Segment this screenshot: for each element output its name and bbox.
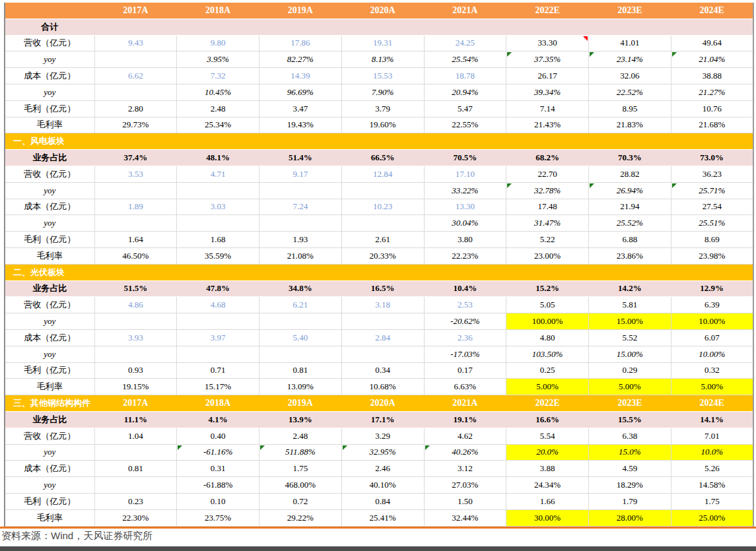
cell-value: 49.64 <box>703 38 722 48</box>
year-header: 2020A <box>341 395 424 412</box>
data-cell: 25.51% <box>671 215 753 232</box>
cell-value: 10.0% <box>701 447 724 457</box>
year-header: 2021A <box>424 395 506 412</box>
data-cell: 6.21 <box>259 297 342 313</box>
cell-value: 5.00% <box>701 381 724 391</box>
data-cell: 7.01 <box>671 428 753 444</box>
cell-value: 10.45% <box>205 87 231 97</box>
cell-value: 19.1% <box>454 414 477 424</box>
row-label: 营收（亿元） <box>5 166 94 182</box>
cell-value: 38.88 <box>703 71 722 81</box>
row-label: yoy <box>5 313 94 330</box>
cell-value: 26.17 <box>538 71 557 81</box>
section-header-row: 一、风电板块 <box>5 133 753 150</box>
data-cell: 14.58% <box>671 477 753 494</box>
data-cell: 10.45% <box>177 84 259 100</box>
data-cell: 0.40 <box>177 428 259 444</box>
data-cell: 5.52 <box>589 329 671 346</box>
row-label: 营收（亿元） <box>5 297 94 313</box>
cell-value: 4.86 <box>128 300 143 309</box>
data-cell: 0.25 <box>506 362 589 379</box>
data-cell: 1.04 <box>94 428 177 444</box>
cell-value: 1.68 <box>211 234 226 244</box>
table-row: 毛利（亿元）0.930.710.810.340.170.250.290.32 <box>5 362 753 379</box>
cell-value: 29.73% <box>122 119 149 129</box>
cell-value: 1.75 <box>704 496 720 506</box>
year-header: 2017A <box>94 395 177 412</box>
cell-value: 34.8% <box>289 283 312 293</box>
cell-value: 3.88 <box>540 463 555 473</box>
cell-value: 5.81 <box>623 300 638 309</box>
cell-value: 14.1% <box>700 414 724 424</box>
data-cell: 4.80 <box>506 329 589 346</box>
data-cell: 6.63% <box>424 379 506 395</box>
comment-marker-green-icon <box>507 52 512 57</box>
cell-value: 5.05 <box>540 300 555 309</box>
year-header: 2018A <box>177 395 259 412</box>
data-cell <box>94 313 177 330</box>
table-row: 营收（亿元）4.864.686.213.182.535.055.816.39 <box>5 297 753 313</box>
data-cell: 23.00% <box>506 247 589 264</box>
data-cell <box>94 215 177 232</box>
data-cell: 2.36 <box>424 329 506 346</box>
data-cell: 103.50% <box>506 346 589 362</box>
cell-value: 10.76 <box>703 104 722 113</box>
cell-value: 25.41% <box>370 513 396 523</box>
data-cell: 10.76 <box>671 100 753 117</box>
data-cell: 15.5% <box>589 411 671 428</box>
cell-value: 20.33% <box>370 251 396 261</box>
data-cell <box>177 215 259 232</box>
row-label: 营收（亿元） <box>5 35 94 51</box>
cell-value: 21.83% <box>617 119 643 129</box>
cell-value: 12.9% <box>700 283 724 293</box>
cell-value: 4.59 <box>623 463 638 473</box>
cell-value: 1.04 <box>128 431 143 441</box>
table-row: 成本（亿元）3.933.975.402.842.364.805.526.07 <box>5 329 753 346</box>
data-cell: 9.80 <box>177 35 259 51</box>
data-cell: 22.70 <box>506 166 589 182</box>
cell-value: 3.80 <box>458 234 473 244</box>
cell-value: 14.2% <box>618 283 642 293</box>
data-cell: 3.18 <box>341 297 424 313</box>
data-cell: 12.84 <box>341 166 424 182</box>
cell-value: 10.00% <box>699 349 725 359</box>
cell-value: 2.61 <box>375 234 390 244</box>
table-row: 毛利率22.30%23.75%29.22%25.41%32.44%30.00%2… <box>5 509 753 526</box>
data-cell: 8.13% <box>341 51 424 68</box>
cell-value: 6.38 <box>623 431 638 441</box>
cell-value: 0.81 <box>128 463 143 473</box>
year-header: 2022E <box>506 395 589 412</box>
data-cell: 41.01 <box>589 35 671 51</box>
table-row: yoy33.22%32.78%26.94%25.71% <box>5 182 753 199</box>
cell-value: 2.48 <box>293 431 308 441</box>
cell-value: 0.34 <box>375 365 390 375</box>
table-row: yoy3.95%82.27%8.13%25.54%37.35%23.14%21.… <box>5 51 753 68</box>
cell-value: 19.43% <box>287 119 314 129</box>
data-cell: 22.55% <box>424 117 506 133</box>
cell-value: 18.78 <box>456 71 475 81</box>
data-cell: 10.23 <box>341 199 424 215</box>
cell-value: 14.58% <box>699 480 725 490</box>
comment-marker-green-icon <box>425 445 430 450</box>
cell-value: 1.50 <box>458 496 473 506</box>
cell-value: 12.84 <box>373 169 392 179</box>
data-cell: 26.17 <box>506 68 589 84</box>
data-cell: 6.38 <box>589 428 671 444</box>
cell-value: 7.14 <box>540 104 555 113</box>
cell-value: 66.5% <box>371 152 395 162</box>
data-cell: 3.97 <box>177 329 259 346</box>
orange-divider <box>0 527 756 529</box>
cell-value: 25.54% <box>452 54 478 64</box>
data-cell: 4.59 <box>589 461 671 477</box>
cell-value: 22.23% <box>452 251 478 261</box>
cell-value: 7.90% <box>372 87 394 97</box>
row-label: 毛利率 <box>5 247 94 264</box>
data-cell <box>94 346 177 362</box>
data-cell: 0.29 <box>589 362 671 379</box>
data-cell: 25.34% <box>177 117 259 133</box>
data-cell: 1.79 <box>589 493 671 509</box>
cell-value: 24.34% <box>534 480 561 490</box>
year-header-row: 2017A2018A2019A2020A2021A2022E2023E2024E <box>5 3 753 18</box>
data-cell <box>341 313 424 330</box>
cell-value: 1.79 <box>623 496 638 506</box>
